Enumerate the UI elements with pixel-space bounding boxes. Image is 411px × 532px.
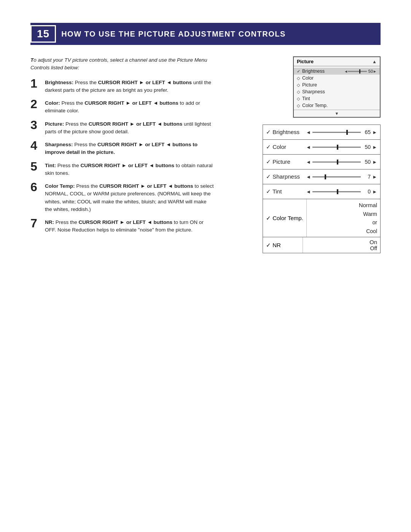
step-content-4: Sharpness: Press the CURSOR RIGHT ► or L… xyxy=(45,141,215,157)
step-7: 7 NR: Press the CURSOR RIGHT ► or LEFT ◄… xyxy=(30,219,215,234)
menu-down-arrow-icon: ▼ xyxy=(335,111,339,116)
ctrl-picture-left-icon[interactable]: ◄ xyxy=(306,159,311,165)
ctrl-nr-values: On Off xyxy=(303,237,380,253)
brightness-right-icon: ► xyxy=(373,69,377,73)
tint-label: Tint xyxy=(302,96,377,101)
menu-item-colortemp: ◇ Color Temp. xyxy=(294,102,380,109)
menu-box-items: ✓ Brightness ◄ 50 ► ◇ Color ◇ xyxy=(294,66,380,110)
picture-label: Picture xyxy=(302,82,377,88)
colortemp-label: Color Temp. xyxy=(302,103,377,108)
ctrl-brightness-value: 65 xyxy=(362,129,371,135)
ctrl-color-right-icon[interactable]: ► xyxy=(372,144,377,150)
ctrl-color-label: ✓ Color xyxy=(266,144,306,150)
ctrl-picture-track xyxy=(312,161,361,163)
left-col: To adjust your TV picture controls, sele… xyxy=(30,56,215,234)
intro-text: To adjust your TV picture controls, sele… xyxy=(30,56,215,72)
step-content-6: Color Temp: Press the CURSOR RIGHT ► or … xyxy=(45,182,215,213)
step-5: 5 Tint: Press the CURSOR RIGHT ► or LEFT… xyxy=(30,162,215,177)
step-content-2: Color: Press the CURSOR RIGHT ► or LEFT … xyxy=(45,99,215,115)
step-content-5: Tint: Press the CURSOR RIGHT ► or LEFT ◄… xyxy=(45,162,215,177)
ctrl-color-value: 50 xyxy=(362,144,371,150)
color-label: Color xyxy=(302,75,377,81)
step-4: 4 Sharpness: Press the CURSOR RIGHT ► or… xyxy=(30,141,215,157)
ctrl-color-left-icon[interactable]: ◄ xyxy=(306,144,311,150)
menu-item-color: ◇ Color xyxy=(294,75,380,81)
step-3: 3 Picture: Press the CURSOR RIGHT ► or L… xyxy=(30,120,215,136)
ctrl-brightness-thumb xyxy=(346,130,348,135)
ctrl-color-slider: ◄ 50 ► xyxy=(306,144,377,150)
ctrl-brightness-slider: ◄ 65 ► xyxy=(306,129,377,135)
ctrl-tint-slider: ◄ 0 ► xyxy=(306,189,377,195)
menu-box-title: Picture xyxy=(297,59,314,64)
ctrl-picture: ✓ Picture ◄ 50 ► xyxy=(263,154,381,169)
ctrl-color-track xyxy=(312,147,361,148)
right-col: Picture ▲ ✓ Brightness ◄ 50 ► xyxy=(230,56,381,253)
menu-item-brightness: ✓ Brightness ◄ 50 ► xyxy=(294,68,380,75)
ctrl-nr-label: ✓ NR xyxy=(263,237,303,253)
step-content-3: Picture: Press the CURSOR RIGHT ► or LEF… xyxy=(45,120,215,136)
step-6: 6 Color Temp: Press the CURSOR RIGHT ► o… xyxy=(30,182,215,213)
menu-box-footer: ▼ xyxy=(294,110,380,117)
ctrl-picture-right-icon[interactable]: ► xyxy=(372,159,377,165)
page: 15 HOW TO USE THE PICTURE ADJUSTMENT CON… xyxy=(0,0,411,532)
ctrl-brightness-left-icon[interactable]: ◄ xyxy=(306,129,311,135)
ctrl-sharpness-track xyxy=(312,176,361,177)
header-number: 15 xyxy=(30,25,56,43)
menu-item-sharpness: ◇ Sharpness xyxy=(294,88,380,95)
ctrl-color-temp-label: ✓ Color Temp. xyxy=(263,199,307,237)
ctrl-color-thumb xyxy=(337,145,338,150)
ctrl-sharpness: ✓ Sharpness ◄ 7 ► xyxy=(263,169,381,184)
main-layout: To adjust your TV picture controls, sele… xyxy=(30,56,381,253)
step-num-7: 7 xyxy=(30,217,41,229)
step-num-3: 3 xyxy=(30,119,41,131)
tint-check: ◇ xyxy=(297,96,302,101)
color-check: ◇ xyxy=(297,76,302,81)
ctrl-sharpness-thumb xyxy=(325,174,326,179)
ctrl-sharpness-slider: ◄ 7 ► xyxy=(306,174,377,180)
colortemp-check: ◇ xyxy=(297,103,302,108)
step-num-4: 4 xyxy=(30,139,41,152)
ctrl-nr-on: On xyxy=(370,239,377,245)
ctrl-tint-thumb xyxy=(337,189,338,194)
ctrl-brightness-right-icon[interactable]: ► xyxy=(372,129,377,135)
ctrl-tint-value: 0 xyxy=(362,189,371,195)
ctrl-nr-off: Off xyxy=(370,245,377,251)
ctrl-picture-slider: ◄ 50 ► xyxy=(306,159,377,165)
step-num-1: 1 xyxy=(30,77,41,89)
header-title: HOW TO USE THE PICTURE ADJUSTMENT CONTRO… xyxy=(61,30,286,38)
ctrl-tint-left-icon[interactable]: ◄ xyxy=(306,189,311,195)
sharpness-check: ◇ xyxy=(297,89,302,94)
ctrl-color: ✓ Color ◄ 50 ► xyxy=(263,139,381,155)
brightness-check: ✓ xyxy=(297,69,302,74)
step-1: 1 Brightness: Press the CURSOR RIGHT ► o… xyxy=(30,79,215,94)
ctrl-nr: ✓ NR On Off xyxy=(263,237,381,253)
brightness-slider-track xyxy=(348,71,367,72)
ctrl-picture-thumb xyxy=(337,160,338,165)
step-content-1: Brightness: Press the CURSOR RIGHT ► or … xyxy=(45,79,215,94)
menu-item-picture: ◇ Picture xyxy=(294,81,380,88)
ctrl-sharpness-value: 7 xyxy=(362,174,371,180)
step-content-7: NR: Press the CURSOR RIGHT ► or LEFT ◄ b… xyxy=(45,219,215,234)
menu-item-tint: ◇ Tint xyxy=(294,95,380,102)
ctrl-color-temp: ✓ Color Temp. Normal WarmorCool xyxy=(263,199,381,237)
ctrl-color-temp-sub: WarmorCool xyxy=(363,210,377,235)
ctrl-brightness: ✓ Brightness ◄ 65 ► xyxy=(263,125,381,140)
ctrl-picture-value: 50 xyxy=(362,159,371,165)
menu-box-header: Picture ▲ xyxy=(294,57,380,66)
controls-area: ✓ Brightness ◄ 65 ► ✓ Color ◄ xyxy=(263,125,381,253)
brightness-label: Brightness xyxy=(302,69,344,74)
ctrl-brightness-track xyxy=(312,132,361,133)
brightness-left-icon: ◄ xyxy=(344,69,348,73)
step-num-6: 6 xyxy=(30,181,41,193)
brightness-value: 50 xyxy=(367,69,373,73)
ctrl-tint-track xyxy=(312,191,361,192)
ctrl-tint-right-icon[interactable]: ► xyxy=(372,189,377,195)
steps: 1 Brightness: Press the CURSOR RIGHT ► o… xyxy=(30,79,215,234)
ctrl-brightness-label: ✓ Brightness xyxy=(266,129,306,136)
ctrl-color-temp-values: Normal WarmorCool xyxy=(307,199,380,237)
ctrl-sharpness-right-icon[interactable]: ► xyxy=(372,174,377,180)
header-bar: 15 HOW TO USE THE PICTURE ADJUSTMENT CON… xyxy=(30,23,381,45)
ctrl-sharpness-left-icon[interactable]: ◄ xyxy=(306,174,311,180)
brightness-slider-thumb xyxy=(359,69,360,73)
menu-up-arrow-icon: ▲ xyxy=(372,59,377,64)
